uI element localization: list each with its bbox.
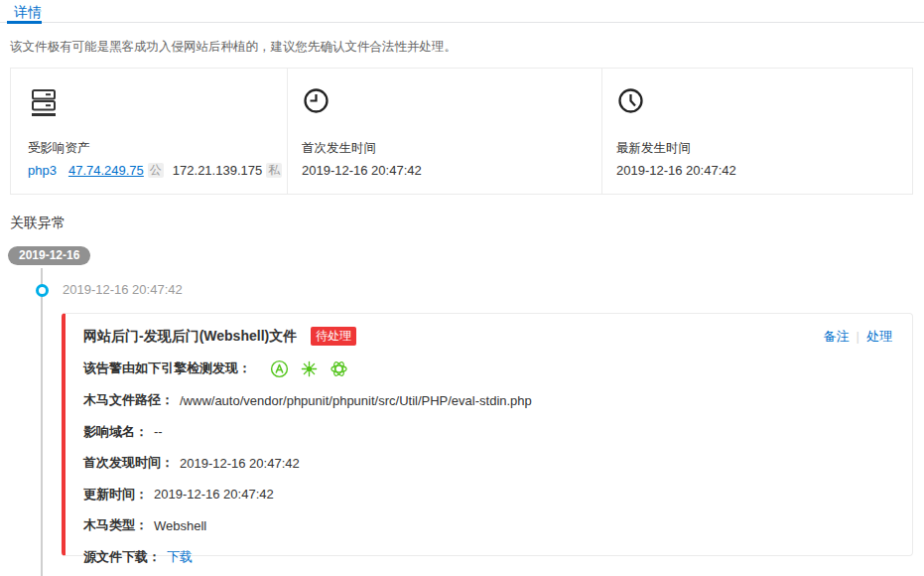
- summary-cards: 受影响资产 php3 47.74.249.75 公 172.21.139.175…: [10, 68, 913, 195]
- trojan-type-label: 木马类型：: [83, 516, 148, 534]
- affected-domain-row: 影响域名： --: [83, 423, 892, 441]
- engine-spider-icon: [300, 360, 319, 378]
- affected-domain-label: 影响域名：: [83, 423, 148, 441]
- tabbar-divider: [0, 22, 924, 23]
- update-time-value: 2019-12-16 20:47:42: [154, 487, 274, 502]
- private-ip: 172.21.139.175: [173, 163, 262, 178]
- trojan-type-value: Webshell: [154, 518, 206, 533]
- first-found-time-label: 首次发现时间：: [83, 454, 174, 472]
- trojan-path-label: 木马文件路径：: [83, 391, 174, 409]
- first-found-time-row: 首次发现时间： 2019-12-16 20:47:42: [83, 454, 892, 472]
- webshell-alert-card: 网站后门-发现后门(Webshell)文件 待处理 备注 | 处理 该告警由如下…: [62, 313, 913, 556]
- clock-icon: [616, 86, 645, 119]
- engine-atom-icon: [330, 360, 348, 378]
- affected-asset-label: 受影响资产: [28, 140, 90, 157]
- private-ip-tag: 私: [266, 163, 282, 178]
- public-ip-link[interactable]: 47.74.249.75: [68, 163, 144, 178]
- clock-icon: [302, 86, 330, 119]
- trojan-type-row: 木马类型： Webshell: [83, 516, 892, 534]
- source-download-label: 源文件下载：: [83, 548, 161, 566]
- public-ip-tag: 公: [148, 163, 164, 178]
- timeline-date-badge: 2019-12-16: [8, 246, 90, 265]
- source-download-row: 源文件下载： 下载: [83, 548, 892, 566]
- detection-engines-row: 该告警由如下引擎检测发现：: [83, 360, 892, 378]
- engine-label: 该告警由如下引擎检测发现：: [83, 360, 251, 377]
- asset-name-link[interactable]: php3: [28, 163, 57, 178]
- alert-title: 网站后门-发现后门(Webshell)文件: [83, 328, 297, 346]
- status-badge-pending: 待处理: [311, 327, 356, 346]
- update-time-row: 更新时间： 2019-12-16 20:47:42: [83, 486, 892, 504]
- latest-occurrence-label: 最新发生时间: [616, 140, 691, 157]
- engine-av-circle-a-icon: [270, 360, 289, 378]
- download-link[interactable]: 下载: [167, 548, 193, 566]
- alert-card-header: 网站后门-发现后门(Webshell)文件 待处理 备注 | 处理: [83, 327, 892, 346]
- tab-details[interactable]: 详情: [14, 4, 42, 22]
- tab-active-underline: [7, 21, 42, 24]
- affected-domain-value: --: [154, 424, 163, 439]
- latest-occurrence-time: 2019-12-16 20:47:42: [616, 163, 736, 178]
- engine-icon-group: [259, 360, 348, 378]
- timeline-event-time: 2019-12-16 20:47:42: [63, 282, 183, 297]
- card-divider: [287, 69, 288, 194]
- first-found-time-value: 2019-12-16 20:47:42: [180, 456, 300, 471]
- first-occurrence-time: 2019-12-16 20:47:42: [302, 163, 422, 178]
- trojan-path-value: /www/auto/vendor/phpunit/phpunit/src/Uti…: [180, 393, 532, 408]
- timeline-dot: [36, 284, 49, 297]
- trojan-path-row: 木马文件路径： /www/auto/vendor/phpunit/phpunit…: [83, 391, 892, 409]
- note-button[interactable]: 备注: [824, 328, 850, 346]
- alert-description: 该文件极有可能是黑客成功入侵网站后种植的，建议您先确认文件合法性并处理。: [10, 39, 457, 56]
- handle-button[interactable]: 处理: [866, 328, 892, 346]
- alert-actions: 备注 | 处理: [824, 328, 892, 346]
- alert-detail-page: 详情 该文件极有可能是黑客成功入侵网站后种植的，建议您先确认文件合法性并处理。 …: [0, 0, 924, 576]
- timeline-line: [41, 268, 43, 576]
- card-divider: [601, 69, 602, 194]
- update-time-label: 更新时间：: [83, 486, 148, 504]
- affected-asset-value: php3 47.74.249.75 公 172.21.139.175 私: [28, 163, 282, 178]
- related-anomalies-title: 关联异常: [10, 215, 66, 232]
- action-separator: |: [857, 329, 859, 344]
- server-icon: [28, 86, 60, 124]
- first-occurrence-label: 首次发生时间: [302, 140, 376, 157]
